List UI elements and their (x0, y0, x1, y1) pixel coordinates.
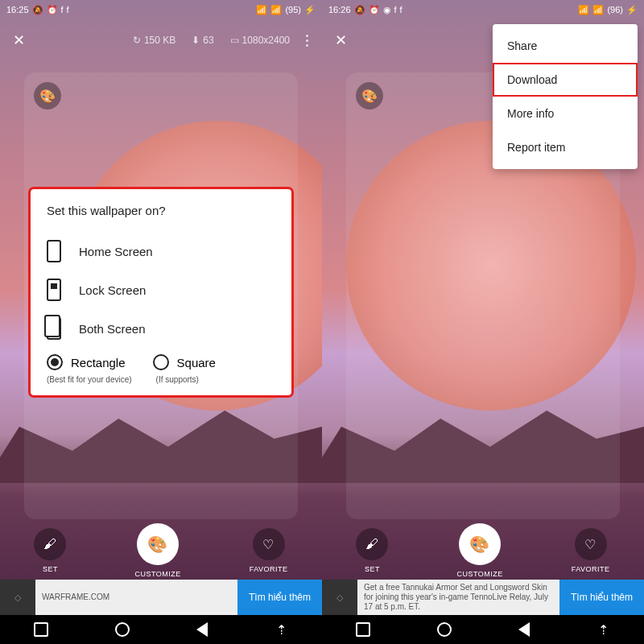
action-label: CUSTOMIZE (456, 570, 502, 578)
heart-icon: ♡ (262, 537, 275, 552)
heart-icon: ♡ (584, 537, 597, 552)
back-button[interactable] (196, 622, 208, 637)
favorite-button[interactable]: ♡ FAVORITE (250, 528, 288, 573)
option-both-screen[interactable]: Both Screen (47, 309, 275, 348)
close-button[interactable]: ✕ (328, 28, 353, 52)
set-wallpaper-dialog: Set this wallpaper on? Home Screen Lock … (31, 189, 291, 395)
ad-banner[interactable]: ◇ WARFRAME.COM Tìm hiểu thêm ▷ (0, 580, 322, 615)
ad-cta-button[interactable]: Tìm hiểu thêm (559, 580, 644, 615)
palette-icon: 🎨 (147, 535, 168, 554)
android-navbar: ⇡ (0, 615, 322, 644)
menu-item-download[interactable]: Download (493, 63, 638, 97)
accessibility-button[interactable]: ⇡ (597, 622, 611, 637)
action-label: FAVORITE (250, 565, 288, 573)
fb-icon: f (400, 5, 402, 14)
wifi-icon: 📶 (592, 5, 604, 15)
palette-icon: 🎨 (39, 89, 56, 104)
battery-pct: (95) (285, 5, 301, 14)
bottom-actions: 🖌 SET 🎨 CUSTOMIZE ♡ FAVORITE (322, 522, 644, 580)
option-lock-screen[interactable]: Lock Screen (47, 270, 275, 309)
option-label: Both Screen (79, 322, 146, 336)
alarm-icon: ⏰ (369, 5, 380, 15)
palette-icon: 🎨 (469, 535, 490, 554)
mute-icon: 🔕 (32, 5, 43, 15)
palette-chip[interactable]: 🎨 (34, 82, 61, 109)
battery-pct: (96) (607, 5, 623, 14)
overflow-menu-button[interactable] (298, 35, 316, 47)
radio-label: Rectangle (71, 356, 126, 369)
action-label: CUSTOMIZE (134, 570, 180, 578)
screenshot-right: 16:26 🔕 ⏰ ◉ f f 📶 📶 (96) ⚡ ✕ ↻150 KB ⬇ 🎨… (322, 0, 644, 644)
brush-icon: 🖌 (43, 537, 57, 551)
dimensions-chip[interactable]: ▭1080x2400 (230, 35, 290, 46)
option-home-screen[interactable]: Home Screen (47, 232, 275, 270)
phone-icon (47, 240, 61, 262)
download-icon: ⬇ (192, 35, 200, 46)
overflow-menu: Share Download More info Report item (493, 24, 638, 169)
top-bar: ✕ ↻150 KB ⬇63 ▭1080x2400 (0, 23, 322, 58)
ad-choices-icon[interactable]: ▷ (637, 607, 642, 615)
palette-chip[interactable]: 🎨 (356, 82, 383, 109)
ad-choices-icon[interactable]: ▷ (315, 607, 320, 615)
ad-icon: ◇ (0, 580, 35, 615)
set-button[interactable]: 🖌 SET (356, 528, 388, 573)
set-button[interactable]: 🖌 SET (34, 528, 66, 573)
status-bar: 16:25 🔕 ⏰ f f 📶 📶 (95) ⚡ (0, 0, 322, 19)
hint-text: (Best fit for your device) (47, 375, 132, 384)
status-time: 16:25 (6, 5, 29, 14)
customize-button[interactable]: 🎨 CUSTOMIZE (134, 523, 180, 578)
home-button[interactable] (115, 622, 130, 637)
charge-icon: ⚡ (626, 5, 638, 15)
fb-icon: f (67, 5, 69, 14)
hint-text: (If supports) (156, 375, 199, 384)
option-label: Home Screen (79, 245, 153, 258)
radio-square[interactable]: Square (153, 354, 216, 370)
customize-button[interactable]: 🎨 CUSTOMIZE (456, 523, 502, 578)
ad-text: WARFRAME.COM (35, 592, 237, 602)
favorite-button[interactable]: ♡ FAVORITE (572, 528, 610, 573)
wifi-icon: 📶 (270, 5, 282, 15)
download-count[interactable]: ⬇63 (192, 35, 213, 46)
brush-icon: 🖌 (365, 537, 379, 551)
screenshot-left: 16:25 🔕 ⏰ f f 📶 📶 (95) ⚡ ✕ ↻150 KB ⬇63 ▭… (0, 0, 322, 644)
messenger-icon: ◉ (383, 5, 391, 15)
close-button[interactable]: ✕ (6, 28, 31, 52)
recents-button[interactable] (34, 622, 48, 637)
radio-icon (153, 354, 169, 370)
action-label: SET (43, 565, 58, 573)
status-time: 16:26 (328, 5, 351, 14)
radio-label: Square (177, 356, 216, 369)
dialog-title: Set this wallpaper on? (47, 204, 275, 217)
mute-icon: 🔕 (354, 5, 365, 15)
signal-icon: 📶 (256, 5, 267, 15)
back-button[interactable] (518, 622, 530, 637)
lock-icon (47, 279, 61, 301)
action-label: SET (365, 565, 380, 573)
android-navbar: ⇡ (322, 615, 644, 644)
ad-icon: ◇ (322, 580, 357, 615)
menu-item-more-info[interactable]: More info (493, 97, 638, 130)
alarm-icon: ⏰ (47, 5, 58, 15)
ad-text: Get a free Tannukai Armor Set and Longsw… (357, 583, 559, 612)
ad-cta-button[interactable]: Tìm hiểu thêm (237, 580, 322, 615)
menu-item-report[interactable]: Report item (493, 130, 638, 164)
radio-rectangle[interactable]: Rectangle (47, 354, 126, 370)
accessibility-button[interactable]: ⇡ (275, 622, 289, 637)
radio-icon-selected (47, 354, 63, 370)
option-label: Lock Screen (79, 283, 146, 297)
signal-icon: 📶 (578, 5, 589, 15)
recents-button[interactable] (356, 622, 370, 637)
menu-item-share[interactable]: Share (493, 29, 638, 63)
ad-banner[interactable]: ◇ Get a free Tannukai Armor Set and Long… (322, 580, 644, 615)
home-button[interactable] (437, 622, 452, 637)
status-bar: 16:26 🔕 ⏰ ◉ f f 📶 📶 (96) ⚡ (322, 0, 644, 19)
refresh-icon: ↻ (133, 35, 141, 46)
filesize-chip[interactable]: ↻150 KB (133, 35, 175, 46)
fb-icon: f (394, 5, 397, 14)
both-icon (47, 317, 61, 340)
image-icon: ▭ (230, 35, 239, 46)
fb-icon: f (61, 5, 64, 14)
action-label: FAVORITE (572, 565, 610, 573)
charge-icon: ⚡ (304, 5, 316, 15)
palette-icon: 🎨 (361, 89, 378, 104)
